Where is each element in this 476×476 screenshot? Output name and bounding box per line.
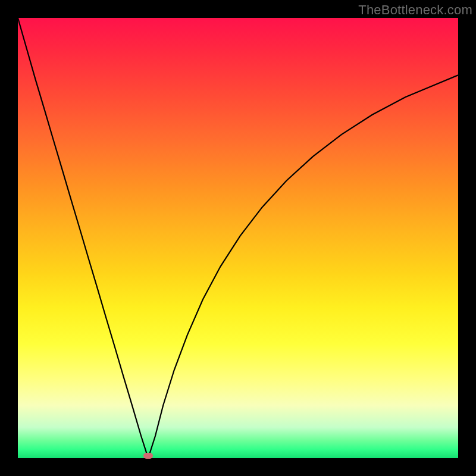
bottleneck-curve <box>18 18 458 458</box>
plot-area <box>18 18 458 458</box>
notch-marker <box>143 453 153 459</box>
chart-frame: TheBottleneck.com <box>0 0 476 476</box>
watermark-text: TheBottleneck.com <box>358 2 472 18</box>
